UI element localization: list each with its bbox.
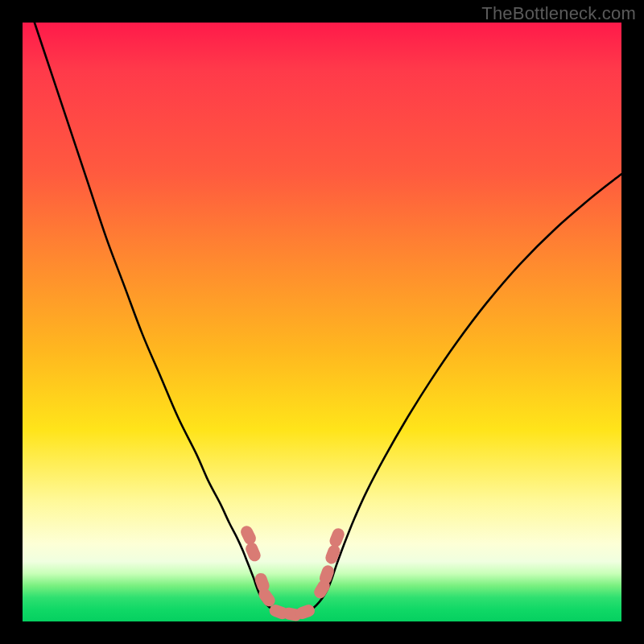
chart-frame: TheBottleneck.com	[0, 0, 644, 644]
marker-point	[238, 524, 258, 547]
curve-layer	[23, 23, 621, 621]
curve-right-branch	[292, 174, 621, 615]
bottleneck-curve	[35, 23, 621, 616]
curve-left-branch	[35, 23, 292, 616]
watermark-label: TheBottleneck.com	[481, 3, 636, 24]
marker-points	[238, 524, 346, 622]
marker-point	[324, 543, 341, 566]
plot-area	[23, 23, 621, 621]
